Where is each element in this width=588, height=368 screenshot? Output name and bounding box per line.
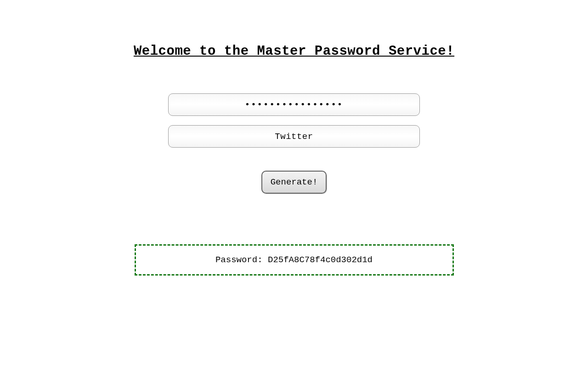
- generated-password-value: D25fA8C78f4c0d302d1d: [268, 255, 373, 265]
- generated-password-box: Password: D25fA8C78f4c0d302d1d: [135, 244, 454, 276]
- generate-button[interactable]: Generate!: [261, 171, 327, 194]
- main-container: Welcome to the Master Password Service! …: [0, 44, 588, 276]
- page-title: Welcome to the Master Password Service!: [134, 44, 454, 59]
- master-password-input[interactable]: [168, 93, 420, 116]
- site-name-input[interactable]: [168, 125, 420, 148]
- result-label: Password:: [215, 255, 268, 265]
